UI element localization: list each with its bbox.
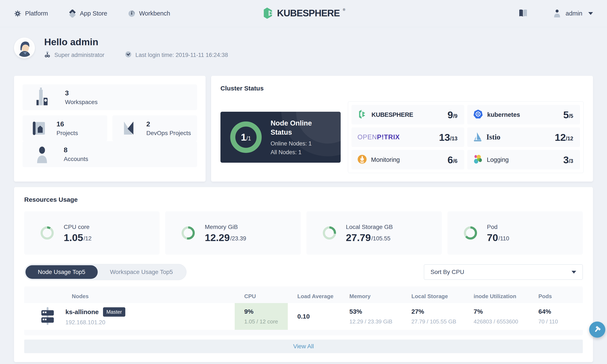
stat-text: 3 Workspaces xyxy=(65,89,98,105)
stat-label: Accounts xyxy=(64,156,88,162)
count-value: 9 xyxy=(448,110,453,120)
stat-tile-projects[interactable]: 16 Projects xyxy=(23,115,107,141)
cpu-percent: 9% xyxy=(244,308,288,315)
stat-value: 3 xyxy=(65,89,98,97)
pods-percent: 64% xyxy=(538,308,583,315)
kubesphere-icon xyxy=(357,109,367,120)
stat-duo-row: 16 Projects 2 DevOps Projects xyxy=(23,115,197,141)
cpu-cell: 9% 1.05 / 12 core xyxy=(235,303,288,330)
pods-cell: 64% 70 / 110 xyxy=(529,308,583,325)
table-header: Nodes CPU Load Average Memory Local Stor… xyxy=(24,289,583,303)
top-nav: Platform App Store Workbench KUBESPHERE … xyxy=(0,0,607,27)
col-nodes: Nodes xyxy=(24,293,235,300)
stat-text: 8 Accounts xyxy=(64,146,88,162)
sort-by-select[interactable]: Sort By CPU xyxy=(424,264,583,280)
cluster-status-card: Cluster Status 1 /1 Node Online Status xyxy=(211,76,593,182)
node-online-status-tile: 1 /1 Node Online Status Online Nodes: 1 … xyxy=(220,112,341,163)
count-value: 12 xyxy=(555,132,566,142)
gear-icon xyxy=(14,10,21,17)
kubesphere-dashboard: Platform App Store Workbench KUBESPHERE … xyxy=(0,0,607,364)
gauge-used: 12.29 xyxy=(205,233,230,243)
greeting: Hello admin xyxy=(44,37,228,48)
user-menu[interactable]: admin xyxy=(553,9,593,18)
count-total: /12 xyxy=(566,135,573,142)
openpitrix-light-text: OPEN xyxy=(357,133,377,141)
node-name[interactable]: ks-allinone xyxy=(65,308,99,316)
component-name: KUBESPHERE xyxy=(372,111,413,118)
gauge-text: Memory GiB 12.29/23.39 xyxy=(205,224,246,243)
nav-item-app-store[interactable]: App Store xyxy=(69,10,107,18)
nav-item-workbench[interactable]: Workbench xyxy=(128,10,170,17)
col-cpu: CPU xyxy=(235,293,288,300)
node-ip: 192.168.101.20 xyxy=(65,319,125,326)
node-donut-label: 1 /1 xyxy=(230,121,262,153)
stat-tile-workspaces[interactable]: 3 Workspaces xyxy=(23,84,197,110)
memory-detail: 12.29 / 23.39 GiB xyxy=(349,318,402,325)
gauge-used: 27.79 xyxy=(346,233,371,243)
storage-percent: 27% xyxy=(411,308,464,315)
stat-text: 2 DevOps Projects xyxy=(146,120,191,137)
node-name-row: ks-allinone Master xyxy=(65,307,125,317)
user-role: Super administrator xyxy=(44,51,104,59)
nav-item-platform[interactable]: Platform xyxy=(14,10,48,17)
tab-node-usage-top5[interactable]: Node Usage Top5 xyxy=(26,265,98,279)
resources-usage-card: Resources Usage CPU core 1.05/12 Memory … xyxy=(14,187,593,362)
inode-detail: 426803 / 6553600 xyxy=(474,318,529,325)
node-identity: ks-allinone Master 192.168.101.20 xyxy=(65,307,125,326)
gauge-cpu: CPU core 1.05/12 xyxy=(24,211,159,255)
component-count: 3/3 xyxy=(563,155,573,165)
kubesphere-logo-mark xyxy=(262,7,274,20)
kubesphere-logo[interactable]: KUBESPHERE ® xyxy=(262,7,345,20)
gauge-label: Local Storage GB xyxy=(346,224,393,230)
logo-registered-mark: ® xyxy=(343,8,345,12)
nav-item-label: Platform xyxy=(25,10,48,17)
component-name: kubernetes xyxy=(487,111,520,118)
component-istio: Istio 12/12 xyxy=(467,127,580,147)
inode-cell: 7% 426803 / 6553600 xyxy=(464,308,529,325)
load-average-value: 0.10 xyxy=(297,313,340,320)
openpitrix-wordmark: OPENP!TRIX xyxy=(357,133,400,141)
component-count: 5/5 xyxy=(563,110,573,120)
table-row[interactable]: ks-allinone Master 192.168.101.20 9% 1.0… xyxy=(24,303,583,330)
component-count: 6/6 xyxy=(448,155,457,165)
node-count: 1 xyxy=(241,131,246,143)
component-name: Istio xyxy=(486,133,500,142)
logging-icon xyxy=(473,154,483,165)
hammer-icon xyxy=(593,325,601,334)
server-icon xyxy=(39,307,56,326)
avatar xyxy=(14,38,35,58)
stat-value: 8 xyxy=(64,146,88,154)
sort-by-value: Sort By CPU xyxy=(430,269,464,275)
col-local-storage: Local Storage xyxy=(402,293,464,300)
local-storage-cell: 27% 27.79 / 105.55 GB xyxy=(402,308,464,325)
view-all-button[interactable]: View All xyxy=(24,339,583,353)
gauge-icon xyxy=(128,10,135,17)
component-name: Monitoring xyxy=(371,156,400,163)
count-total: /9 xyxy=(453,113,457,119)
stat-tile-devops[interactable]: 2 DevOps Projects xyxy=(112,115,197,141)
gauge-value: 27.79/105.55 xyxy=(346,233,393,243)
cpu-detail: 1.05 / 12 core xyxy=(244,318,288,325)
count-value: 5 xyxy=(563,110,569,120)
tab-workspace-usage-top5[interactable]: Workspace Usage Top5 xyxy=(98,265,185,279)
docs-book-icon[interactable] xyxy=(518,9,528,18)
toolbox-fab[interactable] xyxy=(589,322,605,338)
component-logging: Logging 3/3 xyxy=(467,150,580,169)
memory-cell: 53% 12.29 / 23.39 GiB xyxy=(340,308,402,325)
cluster-status-title: Cluster Status xyxy=(220,85,584,92)
pods-detail: 70 / 110 xyxy=(538,318,583,325)
col-memory: Memory xyxy=(340,293,402,300)
nav-item-label: Workbench xyxy=(139,10,170,17)
role-label: Super administrator xyxy=(54,52,104,58)
node-usage-table: Nodes CPU Load Average Memory Local Stor… xyxy=(24,286,583,335)
stat-value: 16 xyxy=(56,120,78,128)
stat-label: Workspaces xyxy=(65,99,98,105)
stat-tile-accounts[interactable]: 8 Accounts xyxy=(23,141,197,167)
gauges-row: CPU core 1.05/12 Memory GiB 12.29/23.39 … xyxy=(24,211,583,255)
gauge-pod: Pod 70/110 xyxy=(448,211,583,255)
component-monitoring: Monitoring 6/6 xyxy=(351,150,464,169)
gauge-used: 70 xyxy=(487,233,498,243)
hero: Hello admin Super administrator Last log… xyxy=(14,37,593,59)
all-nodes: All Nodes: 1 xyxy=(271,149,324,156)
node-total: /1 xyxy=(246,135,251,142)
